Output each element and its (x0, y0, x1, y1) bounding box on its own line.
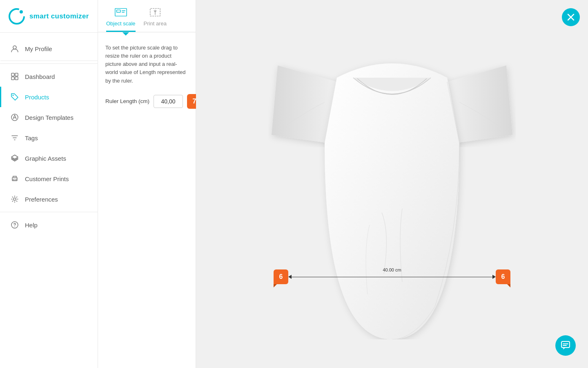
svg-rect-10 (13, 179, 16, 180)
sidebar-item-my-profile[interactable]: My Profile (0, 37, 98, 61)
svg-point-2 (13, 46, 16, 49)
ruler-left-handle[interactable]: 6 (274, 269, 288, 284)
chat-button[interactable] (555, 335, 576, 356)
sidebar-item-label: Tags (25, 135, 38, 141)
svg-rect-23 (561, 341, 570, 348)
tshirt-illustration (239, 29, 545, 339)
logo-text: smart customizer (29, 12, 89, 20)
arrow-right (492, 275, 496, 279)
sidebar-item-label: Design Templates (25, 114, 74, 121)
panel-tabs: Object scale Print area (98, 0, 196, 32)
sidebar-item-label: Customer Prints (25, 175, 69, 182)
filter-icon (10, 133, 19, 142)
svg-point-7 (13, 95, 14, 96)
sidebar-item-graphic-assets[interactable]: Graphic Assets (0, 148, 98, 168)
panel-description: To set the picture scale drag to resize … (105, 44, 188, 85)
sidebar-item-products[interactable]: Products (0, 87, 98, 107)
svg-point-11 (16, 178, 17, 179)
print-icon (10, 174, 19, 183)
sidebar-item-label: Graphic Assets (25, 155, 66, 162)
tab-label: Print area (144, 20, 167, 27)
sidebar: smart customizer My Profile (0, 0, 98, 368)
panel-content: To set the picture scale drag to resize … (98, 36, 196, 368)
tshirt-container: 6 40.00 cm 6 (239, 20, 545, 348)
ruler-line-container: 40.00 cm (288, 275, 496, 279)
sidebar-item-customer-prints[interactable]: Customer Prints (0, 168, 98, 189)
sidebar-item-dashboard[interactable]: Dashboard (0, 66, 98, 87)
sidebar-item-label: Preferences (25, 196, 58, 203)
arrow-left (288, 275, 292, 279)
user-icon (10, 44, 19, 53)
logo-area: smart customizer (0, 0, 98, 33)
svg-rect-16 (116, 10, 120, 12)
sidebar-item-help[interactable]: Help (0, 215, 98, 235)
sidebar-item-label: Help (25, 222, 38, 229)
svg-rect-3 (11, 73, 14, 76)
gear-icon (10, 195, 19, 204)
tab-print-area[interactable]: Print area (144, 7, 167, 32)
sidebar-item-label: My Profile (25, 45, 52, 52)
layers-icon (10, 154, 19, 163)
canvas-area: 6 40.00 cm 6 (196, 0, 588, 368)
sidebar-item-tags[interactable]: Tags (0, 128, 98, 148)
tab-label: Object scale (106, 20, 136, 27)
ruler-right-handle[interactable]: 6 (496, 269, 510, 284)
nav-divider-2 (0, 212, 98, 212)
ruler-length-label: Ruler Length (cm) (105, 98, 149, 104)
help-icon (10, 220, 19, 229)
sidebar-item-label: Dashboard (25, 73, 55, 80)
svg-point-12 (13, 198, 16, 200)
tab-object-scale[interactable]: Object scale (106, 7, 136, 32)
object-scale-icon (114, 7, 127, 18)
design-icon (10, 113, 19, 122)
svg-rect-4 (15, 73, 18, 76)
ruler-measurement-label: 40.00 cm (383, 267, 401, 272)
sidebar-nav: My Profile Dashboard (0, 33, 98, 368)
sidebar-item-label: Products (25, 94, 49, 101)
svg-rect-6 (15, 77, 18, 80)
ruler-length-row: Ruler Length (cm) 7 (105, 94, 188, 109)
svg-point-14 (14, 227, 15, 227)
print-area-icon (149, 7, 162, 18)
close-button[interactable] (562, 8, 580, 26)
tag-icon (10, 92, 19, 101)
tab-caret (98, 32, 196, 36)
dashboard-icon (10, 72, 19, 81)
nav-divider-1 (0, 63, 98, 64)
sidebar-item-preferences[interactable]: Preferences (0, 189, 98, 209)
sidebar-item-design-templates[interactable]: Design Templates (0, 107, 98, 128)
ruler-overlay: 6 40.00 cm 6 (274, 269, 510, 284)
ruler-line (292, 277, 492, 277)
ruler-length-input[interactable] (154, 95, 183, 108)
svg-rect-5 (11, 77, 14, 80)
settings-panel: Object scale Print area To set the pictu… (98, 0, 196, 368)
svg-point-1 (20, 10, 23, 13)
logo-icon (8, 8, 25, 25)
